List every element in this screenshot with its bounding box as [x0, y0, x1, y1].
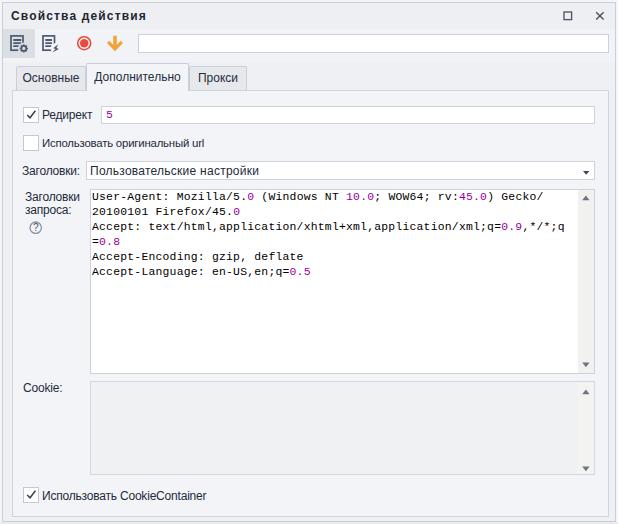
svg-text:?: ?: [33, 222, 39, 233]
